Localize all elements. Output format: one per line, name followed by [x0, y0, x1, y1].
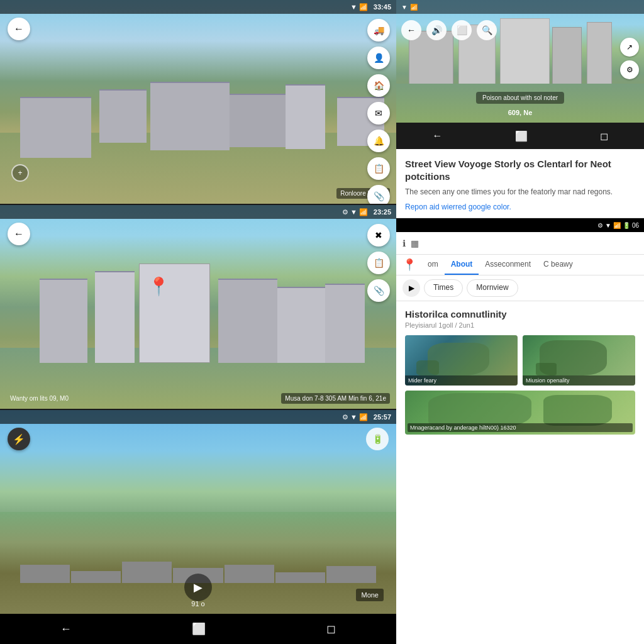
building-sm: [275, 572, 325, 583]
sub-tab-mornview[interactable]: Mornview: [467, 279, 518, 297]
right-map-toolbar: ← 🔊 ⬜ 🔍: [396, 18, 644, 43]
thumbnail-full-label: Mnageracand by anderage hiltN00) 16320: [408, 423, 633, 432]
status-icons-1: ▼ 📶 33:45: [350, 3, 391, 11]
time-display-2: 23:25: [374, 208, 391, 216]
lightning-button[interactable]: ⚡: [8, 428, 30, 450]
signal-place-icon: 📶: [613, 222, 621, 229]
building-sm: [326, 566, 376, 583]
map-pin: 📍: [148, 276, 170, 297]
mail-button[interactable]: ✉: [367, 102, 390, 125]
right-home-nav[interactable]: ⬜: [500, 125, 543, 147]
cross-button[interactable]: ✖: [367, 224, 390, 247]
signal-icon-2: 📶: [359, 208, 368, 216]
screen-3: ⚙ ▼ 📶 25:57 ⚡ 🔋 ▶ 91 o Mone: [0, 410, 396, 614]
tab-about[interactable]: About: [445, 255, 479, 275]
battery-button[interactable]: 🔋: [366, 428, 389, 450]
right-screen-button[interactable]: ⬜: [452, 20, 472, 40]
building: [218, 279, 278, 363]
play-button[interactable]: ▶: [184, 574, 212, 601]
community-subtitle: Pleyisiarul 1goll / 2un1: [405, 321, 635, 329]
clipboard-button-1[interactable]: 📋: [367, 157, 390, 180]
building: [40, 279, 87, 363]
thumbnail-2[interactable]: Miusion openality: [523, 335, 635, 386]
building: [325, 284, 365, 363]
map-label-left-2: Wanty om lits 09, M0: [6, 393, 72, 404]
recent-nav-button[interactable]: ◻: [311, 617, 351, 641]
right-search-button[interactable]: 🔍: [477, 20, 497, 40]
status-icons-3: ⚙ ▼ 📶 25:57: [342, 413, 391, 421]
attachment-button-1[interactable]: 📎: [367, 185, 390, 204]
back-button-2[interactable]: ←: [8, 223, 30, 245]
truck-button[interactable]: 🚚: [367, 19, 390, 42]
status-bar-1: ▼ 📶 33:45: [0, 0, 396, 14]
right-status-icons: ▼ 📶: [401, 4, 418, 11]
home-button-toolbar[interactable]: 🏠: [367, 74, 390, 97]
lightning-icon: ⚡: [13, 433, 25, 445]
info-description: The secen any one tlimes you for the fea…: [405, 186, 635, 197]
map-bg-1: +: [0, 0, 396, 204]
right-toolbar-1: 🚚 👤 🏠 ✉ 🔔 📋 📎 📡: [367, 19, 390, 204]
right-recent-nav[interactable]: ◻: [585, 125, 623, 147]
building-sm: [122, 562, 172, 583]
right-back-button[interactable]: ←: [401, 20, 421, 40]
tab-assessment[interactable]: Asseconment: [479, 255, 537, 275]
attachment-button-2[interactable]: 📎: [367, 279, 390, 302]
info-section: Street View Voyoge Storly os Clentarl fo…: [396, 149, 644, 218]
screen-1: + ▼ 📶 33:45 ← 🚚 👤 🏠 ✉ 🔔 📋 📎 📡 Ronloore b…: [0, 0, 396, 204]
grid-icon: ▦: [411, 238, 419, 248]
info-circle-icon: ℹ: [402, 238, 406, 248]
place-top-bar: ℹ ▦: [396, 232, 644, 255]
thumbnail-1[interactable]: Mider feary: [405, 335, 518, 386]
wifi-icon-3: ▼: [350, 413, 357, 421]
right-signal: 📶: [410, 4, 418, 11]
time-display-3: 25:57: [374, 413, 391, 421]
right-wifi: ▼: [401, 4, 408, 11]
sub-tab-times[interactable]: Times: [424, 279, 463, 297]
right-back-nav[interactable]: ←: [418, 125, 458, 147]
info-link[interactable]: Repon aid wierred google color.: [405, 203, 635, 211]
compass-icon: +: [11, 164, 29, 182]
place-tabs: 📍 om About Asseconment C beawy: [396, 255, 644, 275]
back-icon-2: ←: [14, 228, 24, 240]
back-icon-1: ←: [14, 23, 24, 35]
place-status-bar: ⚙ ▼ 📶 🔋 06: [396, 218, 644, 232]
thumbnail-full[interactable]: Mnageracand by anderage hiltN00) 16320: [405, 391, 635, 435]
person-button[interactable]: 👤: [367, 47, 390, 69]
community-title: Historilca comnutlinity: [405, 309, 635, 319]
signal-icon-3: 📶: [359, 413, 368, 421]
battery-place-icon: 🔋: [623, 222, 630, 229]
building: [150, 82, 230, 150]
screen3-right-label: Mone: [356, 589, 384, 601]
right-side-toolbar: ↗ ⚙: [620, 38, 639, 79]
right-share-button[interactable]: ↗: [620, 38, 639, 57]
clipboard-button-2[interactable]: 📋: [367, 252, 390, 274]
nav-bar-left: ← ⬜ ◻: [0, 614, 396, 644]
status-bar-3: ⚙ ▼ 📶 25:57: [0, 410, 396, 424]
right-map-caption: Poison about with sol noter: [476, 92, 564, 104]
status-icons-2: ⚙ ▼ 📶 23:25: [342, 208, 391, 216]
bell-button[interactable]: 🔔: [367, 130, 390, 152]
thumbnail-label-2: Miusion openality: [523, 375, 635, 386]
right-speaker-button[interactable]: 🔊: [426, 20, 447, 40]
building-sm: [225, 565, 274, 583]
back-button-1[interactable]: ←: [8, 18, 30, 40]
map-thumbnails: Mider feary Miusion openality: [405, 335, 635, 386]
play-sub-button[interactable]: ▶: [402, 279, 420, 297]
settings-icon: ⚙: [342, 208, 348, 216]
thumbnail-label-1: Mider feary: [405, 375, 518, 386]
building: [286, 84, 325, 148]
settings-icon-3: ⚙: [342, 413, 348, 421]
building-sm: [20, 565, 70, 583]
back-nav-button[interactable]: ←: [45, 618, 87, 641]
tab-om[interactable]: om: [421, 255, 445, 275]
tab-cbeawy[interactable]: C beawy: [537, 255, 579, 275]
time-display-1: 33:45: [374, 3, 391, 11]
screen-2: 📍 ⚙ ▼ 📶 23:25 ← ✖ 📋 📎 Wanty om lits 09, …: [0, 205, 396, 409]
right-status-bar: ▼ 📶: [396, 0, 644, 14]
place-status-icons: ⚙ ▼ 📶 🔋 06: [597, 222, 639, 229]
right-option-btn-1[interactable]: ⚙: [620, 60, 639, 79]
building: [20, 97, 91, 158]
right-map: ▼ 📶 ← 🔊 ⬜ 🔍 ↗ ⚙ Poison about with sol no…: [396, 0, 644, 123]
home-nav-button[interactable]: ⬜: [177, 617, 221, 641]
info-title: Street View Voyoge Storly os Clentarl fo…: [405, 158, 635, 182]
